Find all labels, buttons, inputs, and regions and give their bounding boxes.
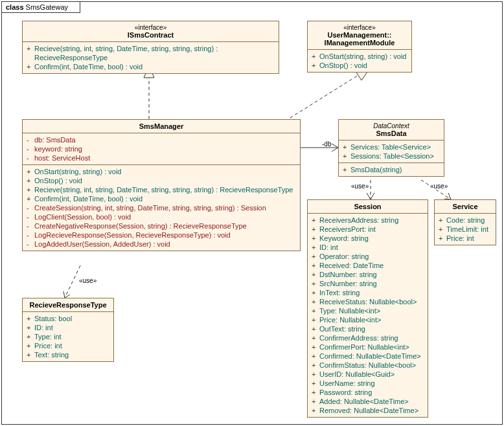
operations: +OnStart(string, string) : void+OnStop()… (308, 50, 411, 72)
class-imanagement-module: «interface» UserManagement::IManagementM… (307, 21, 412, 73)
attributes: -db: SmsData-keyword: string-host: Servi… (23, 133, 300, 165)
operations: +OnStart(string, string) : void+OnStop()… (23, 165, 300, 251)
attributes: +Services: Table<Service>+Sessions: Tabl… (339, 140, 444, 163)
class-sms-manager: SmsManager -db: SmsData-keyword: string-… (22, 119, 301, 251)
class-isms-contract: «interface» ISmsContract +Recieve(string… (22, 21, 279, 74)
stereotype: «interface» (312, 24, 407, 31)
frame-name: SmsGateway (26, 3, 68, 11)
class-name: RecieveResponseType (27, 301, 109, 309)
class-name: Service (439, 203, 492, 210)
operations: +SmsData(string) (339, 163, 444, 176)
frame-label: class SmsGateway (2, 2, 80, 13)
class-session: Session +ReceiversAddress: string+Receiv… (307, 199, 428, 418)
frame-keyword: class (6, 3, 24, 11)
attributes: +ReceiversAddress: string+ReceiversPort:… (308, 214, 428, 417)
class-service: Service +Code: string+TimeLimit: int+Pri… (434, 199, 496, 245)
class-name: Session (312, 203, 424, 210)
attributes: +Code: string+TimeLimit: int+Price: int (435, 214, 496, 245)
operations: +Recieve(string, int, string, DateTime, … (23, 42, 279, 73)
class-name: ISmsContract (27, 31, 275, 39)
class-name: SmsManager (27, 122, 296, 130)
class-name: IManagementModule (325, 39, 395, 47)
attributes: +Status: bool+ID: int+Type: int+Price: i… (23, 312, 113, 361)
class-recieve-response-type: RecieveResponseType +Status: bool+ID: in… (22, 298, 114, 362)
class-sms-data: DataContext SmsData +Services: Table<Ser… (338, 119, 444, 177)
stereotype: «interface» (27, 24, 275, 31)
class-name: SmsData (343, 129, 440, 137)
use-label-rrt: «use» (78, 277, 98, 284)
use-label-service: «use» (429, 183, 449, 190)
class-name-ns: UserManagement:: (327, 31, 391, 39)
assoc-db-label: -db (322, 140, 331, 148)
use-label-session: «use» (350, 183, 370, 190)
superclass: DataContext (343, 122, 440, 129)
